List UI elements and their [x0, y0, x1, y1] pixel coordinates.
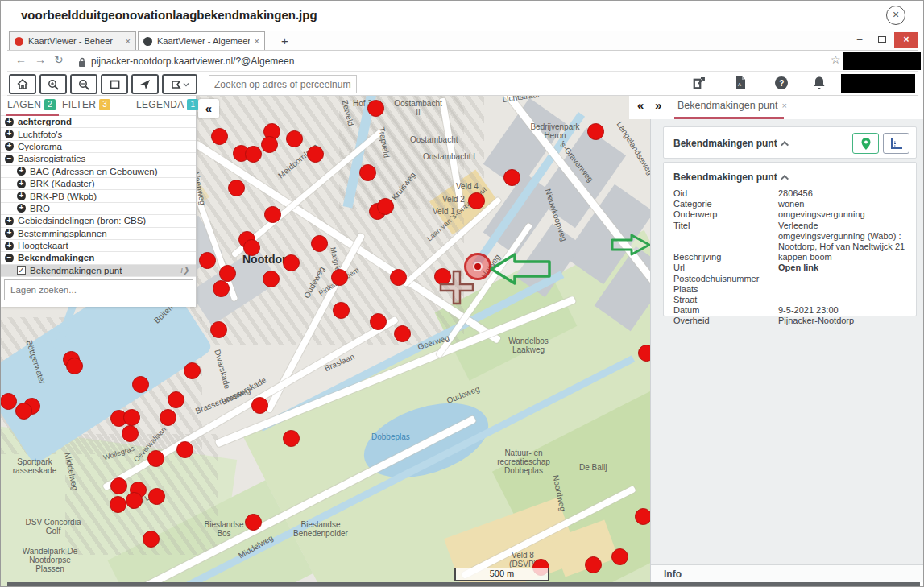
sidebar-collapse-button[interactable]: « — [198, 99, 219, 118]
browser-tab[interactable]: KaartViewer - Algemeen× — [138, 31, 265, 50]
layer-row-cyclorama[interactable]: +Cyclorama — [1, 141, 196, 153]
viewer-close-icon[interactable]: × — [886, 6, 905, 25]
bekendmaking-point[interactable] — [15, 403, 32, 420]
expand-icon[interactable]: + — [5, 217, 14, 225]
bekendmaking-point[interactable] — [377, 198, 394, 215]
bekendmaking-point[interactable] — [283, 254, 300, 271]
new-tab-button[interactable]: + — [281, 34, 288, 48]
bekendmaking-point[interactable] — [210, 321, 227, 338]
bekendmaking-point[interactable] — [66, 358, 83, 374]
bekendmaking-point[interactable] — [219, 265, 236, 282]
zoom-out-button[interactable] — [70, 74, 97, 94]
reload-icon[interactable]: ↻ — [54, 53, 64, 66]
bekendmaking-point[interactable] — [307, 146, 324, 163]
feature-header-title[interactable]: Bekendmakingen punt — [673, 138, 789, 149]
expand-icon[interactable]: + — [5, 142, 14, 151]
panel-tab-bekendmakingen-punt[interactable]: Bekendmakingen punt× — [677, 100, 787, 111]
notifications-button[interactable] — [813, 76, 826, 93]
layer-row-basisregistraties[interactable]: −Basisregistraties — [1, 153, 196, 165]
bekendmaking-point[interactable] — [110, 477, 127, 494]
bekendmaking-point[interactable] — [122, 425, 139, 442]
layer-search-input[interactable] — [4, 279, 193, 300]
bekendmaking-point[interactable] — [331, 269, 348, 286]
sidebar-tab-legenda[interactable]: LEGENDA1 — [136, 99, 198, 110]
bekendmaking-point[interactable] — [286, 130, 303, 147]
bekendmaking-point[interactable] — [132, 376, 149, 393]
locate-button[interactable] — [131, 74, 159, 94]
export-pdf-button[interactable]: A — [734, 76, 747, 93]
expand-icon[interactable]: − — [5, 254, 14, 262]
bekendmaking-point[interactable] — [168, 391, 184, 408]
bekendmaking-point[interactable] — [370, 313, 387, 330]
bekendmaking-point[interactable] — [199, 252, 216, 269]
share-button[interactable] — [692, 76, 706, 93]
info-footer-bar[interactable]: Info — [651, 564, 924, 582]
address-search-input[interactable] — [209, 75, 357, 93]
layer-row-bro[interactable]: +BRO — [1, 203, 196, 215]
help-button[interactable]: ? — [774, 76, 789, 93]
zoom-to-feature-button[interactable] — [852, 133, 879, 154]
tab-close-icon[interactable]: × — [126, 36, 131, 46]
bekendmaking-point[interactable] — [394, 325, 411, 342]
bekendmaking-point[interactable] — [176, 441, 193, 458]
bekendmaking-point[interactable] — [264, 206, 281, 223]
minimize-button[interactable]: – — [849, 32, 870, 48]
layer-row-luchtfoto-s[interactable]: +Luchtfoto's — [1, 128, 196, 140]
browser-tab[interactable]: KaartViewer - Beheer× — [9, 31, 136, 50]
layer-row-bestemmingsplannen[interactable]: +Bestemmingsplannen — [1, 228, 196, 240]
expand-icon[interactable]: + — [5, 118, 14, 126]
bekendmaking-point[interactable] — [390, 269, 407, 286]
bekendmaking-point[interactable] — [359, 164, 376, 181]
bekendmaking-point[interactable] — [251, 397, 268, 414]
layer-row-bekendmakingen[interactable]: −Bekendmakingen — [1, 252, 196, 264]
bekendmaking-point[interactable] — [184, 362, 201, 379]
panel-collapse-right-button[interactable]: » — [655, 98, 661, 112]
expand-icon[interactable]: + — [17, 204, 26, 213]
bekendmaking-point[interactable] — [311, 235, 328, 252]
url-text[interactable]: pijnacker-nootdorp.kaartviewer.nl/?@Alge… — [91, 56, 294, 67]
select-shape-button[interactable] — [162, 74, 197, 94]
bekendmaking-point[interactable] — [263, 271, 280, 287]
bekendmaking-point[interactable] — [213, 280, 230, 297]
layer-options-icon[interactable]: i❯ — [180, 266, 189, 275]
open-link[interactable]: Open link — [778, 262, 906, 273]
expand-icon[interactable]: + — [17, 167, 26, 176]
layer-row-achtergrond[interactable]: +achtergrond — [1, 116, 196, 128]
bekendmaking-point[interactable] — [587, 123, 604, 140]
forward-icon[interactable]: → — [35, 53, 46, 66]
bekendmaking-point[interactable] — [367, 100, 384, 117]
zoom-in-button[interactable] — [39, 74, 67, 94]
bekendmaking-point[interactable] — [110, 496, 126, 513]
bekendmaking-point[interactable] — [1, 393, 17, 410]
close-window-button[interactable]: × — [894, 32, 918, 48]
bekendmaking-point[interactable] — [245, 514, 262, 531]
bekendmaking-point[interactable] — [126, 492, 143, 509]
bookmark-star-icon[interactable]: ☆ — [831, 53, 841, 66]
back-icon[interactable]: ← — [15, 53, 27, 66]
layer-row-brk-pb-wkpb-[interactable]: +BRK-PB (Wkpb) — [1, 190, 196, 202]
panel-collapse-left-button[interactable]: « — [637, 98, 644, 112]
restore-button[interactable] — [872, 32, 893, 48]
bekendmaking-point[interactable] — [468, 192, 485, 209]
bekendmaking-point[interactable] — [635, 508, 651, 525]
home-button[interactable] — [9, 74, 36, 94]
bekendmaking-point[interactable] — [638, 345, 651, 362]
bekendmaking-point[interactable] — [261, 136, 278, 153]
bekendmaking-point[interactable] — [245, 146, 262, 163]
bekendmaking-point[interactable] — [143, 531, 160, 548]
bekendmaking-point[interactable] — [333, 302, 350, 319]
bekendmaking-point[interactable] — [123, 409, 140, 426]
expand-icon[interactable]: + — [5, 229, 14, 238]
bekendmaking-point[interactable] — [148, 488, 165, 505]
expand-icon[interactable]: + — [5, 130, 14, 138]
section-header[interactable]: Bekendmakingen punt — [673, 172, 789, 183]
expand-icon[interactable]: + — [5, 242, 14, 250]
layer-row-gebiedsindelingen-bron-cbs-[interactable]: +Gebiedsindelingen (bron: CBS) — [1, 215, 196, 227]
bekendmaking-point[interactable] — [228, 180, 245, 196]
tab-close-icon[interactable]: × — [255, 36, 259, 46]
layer-row-bekendmakingen-punt[interactable]: ✓Bekendmakingen punti❯ — [1, 265, 196, 277]
layer-checkbox[interactable]: ✓ — [17, 266, 26, 275]
sidebar-tab-lagen[interactable]: LAGEN2 — [7, 99, 56, 110]
layer-row-brk-kadaster-[interactable]: +BRK (Kadaster) — [1, 178, 196, 190]
zoom-extent-button[interactable] — [101, 74, 128, 94]
